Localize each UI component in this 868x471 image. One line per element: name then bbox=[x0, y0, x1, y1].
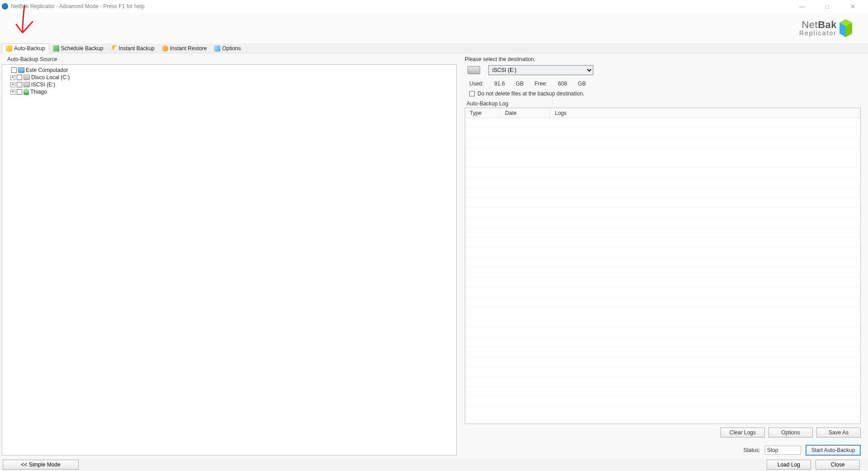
destination-panel: Please select the destination. iSCSI (E:… bbox=[460, 53, 868, 458]
log-grid: Type Date Logs bbox=[465, 108, 861, 424]
tab-schedule-backup[interactable]: Schedule Backup bbox=[49, 43, 107, 53]
brand-text-1b: Bak bbox=[818, 19, 837, 30]
save-as-button[interactable]: Save As bbox=[816, 428, 861, 438]
tab-options-label: Options bbox=[222, 45, 241, 52]
auto-backup-icon bbox=[6, 45, 12, 52]
instant-backup-icon bbox=[110, 45, 117, 52]
brand-text-1a: Net bbox=[801, 19, 818, 30]
used-unit: GB bbox=[516, 81, 524, 87]
checkbox-root[interactable] bbox=[11, 67, 17, 73]
tree-node-label: Disco Local (C:) bbox=[31, 74, 70, 81]
log-title: Auto-Backup Log bbox=[465, 100, 861, 107]
footer-bar: << Simple Mode Load Log Close bbox=[0, 458, 868, 471]
source-panel: Auto-Backup Source Este Computador + Dis… bbox=[2, 55, 457, 456]
status-value: Stop bbox=[765, 446, 801, 455]
start-auto-backup-button[interactable]: Start Auto-Backup bbox=[806, 445, 861, 456]
do-not-delete-label: Do not delete files at the backup destin… bbox=[477, 90, 584, 97]
do-not-delete-checkbox[interactable] bbox=[469, 91, 475, 96]
checkbox-node[interactable] bbox=[17, 89, 22, 95]
status-label: Status: bbox=[744, 447, 760, 453]
log-col-type[interactable]: Type bbox=[465, 108, 501, 118]
source-tree[interactable]: Este Computador + Disco Local (C:) + iSC… bbox=[2, 64, 457, 456]
brand-text-2: Replicator bbox=[799, 30, 837, 36]
brand-mark-icon bbox=[839, 19, 852, 37]
close-button[interactable]: Close bbox=[816, 460, 860, 470]
brand-logo: NetBak Replicator bbox=[799, 19, 852, 37]
tab-instant-restore[interactable]: Instant Restore bbox=[158, 43, 210, 53]
titlebar: NetBak Replicator - Advanced Mode - Pres… bbox=[0, 0, 868, 13]
tree-node-disk-e[interactable]: + iSCSI (E:) bbox=[10, 81, 453, 88]
destination-prompt: Please select the destination. bbox=[465, 56, 861, 62]
log-options-button[interactable]: Options bbox=[768, 428, 813, 438]
window-title: NetBak Replicator - Advanced Mode - Pres… bbox=[11, 3, 144, 10]
tree-node-disk-c[interactable]: + Disco Local (C:) bbox=[10, 74, 453, 81]
tree-node-user[interactable]: + Thiago bbox=[10, 88, 453, 95]
free-label: Free: bbox=[534, 81, 547, 87]
log-header: Type Date Logs bbox=[465, 108, 860, 118]
main-area: Auto-Backup Source Este Computador + Dis… bbox=[0, 53, 868, 458]
simple-mode-button[interactable]: << Simple Mode bbox=[3, 460, 79, 470]
instant-restore-icon bbox=[162, 45, 168, 52]
used-value: 91.6 bbox=[494, 81, 505, 87]
tab-instant-backup[interactable]: Instant Backup bbox=[107, 43, 158, 53]
app-icon bbox=[2, 3, 8, 10]
options-icon bbox=[214, 45, 220, 52]
tab-options[interactable]: Options bbox=[210, 43, 244, 53]
window-controls: — □ ✕ bbox=[797, 2, 866, 11]
expand-icon[interactable]: + bbox=[10, 75, 15, 80]
mode-toolbar: Auto-Backup Schedule Backup Instant Back… bbox=[0, 43, 868, 53]
tree-root-label: Este Computador bbox=[26, 67, 68, 73]
disk-icon bbox=[24, 82, 30, 87]
tree-node-label: Thiago bbox=[30, 89, 47, 95]
user-icon bbox=[24, 89, 29, 95]
tree-root[interactable]: Este Computador bbox=[5, 67, 453, 74]
tab-instant-restore-label: Instant Restore bbox=[170, 45, 207, 52]
maximize-icon[interactable]: □ bbox=[823, 2, 832, 11]
expand-icon[interactable]: + bbox=[10, 82, 15, 87]
tab-schedule-backup-label: Schedule Backup bbox=[61, 45, 103, 52]
load-log-button[interactable]: Load Log bbox=[767, 460, 811, 470]
tree-node-label: iSCSI (E:) bbox=[31, 81, 55, 88]
checkbox-node[interactable] bbox=[17, 82, 22, 87]
clear-logs-button[interactable]: Clear Logs bbox=[720, 428, 765, 438]
tab-auto-backup[interactable]: Auto-Backup bbox=[2, 43, 49, 53]
expander-placeholder bbox=[5, 68, 10, 73]
expand-icon[interactable]: + bbox=[10, 90, 15, 95]
source-title: Auto-Backup Source bbox=[2, 55, 457, 64]
computer-icon bbox=[18, 67, 24, 73]
close-icon[interactable]: ✕ bbox=[848, 2, 857, 11]
tab-auto-backup-label: Auto-Backup bbox=[14, 45, 45, 52]
free-unit: GB bbox=[578, 81, 586, 87]
free-value: 608 bbox=[558, 81, 567, 87]
tab-instant-backup-label: Instant Backup bbox=[119, 45, 154, 52]
header-band: NetBak Replicator bbox=[0, 13, 868, 43]
log-body[interactable] bbox=[465, 118, 860, 423]
drive-icon bbox=[467, 66, 480, 74]
storage-stats: Used: 91.6 GB Free: 608 GB bbox=[465, 81, 861, 87]
used-label: Used: bbox=[469, 81, 483, 87]
checkbox-node[interactable] bbox=[17, 75, 22, 80]
schedule-backup-icon bbox=[53, 45, 59, 52]
minimize-icon[interactable]: — bbox=[797, 2, 806, 11]
disk-icon bbox=[24, 75, 30, 80]
log-col-logs[interactable]: Logs bbox=[550, 108, 860, 118]
destination-select[interactable]: iSCSI (E:) bbox=[488, 65, 593, 75]
log-col-date[interactable]: Date bbox=[501, 108, 550, 118]
